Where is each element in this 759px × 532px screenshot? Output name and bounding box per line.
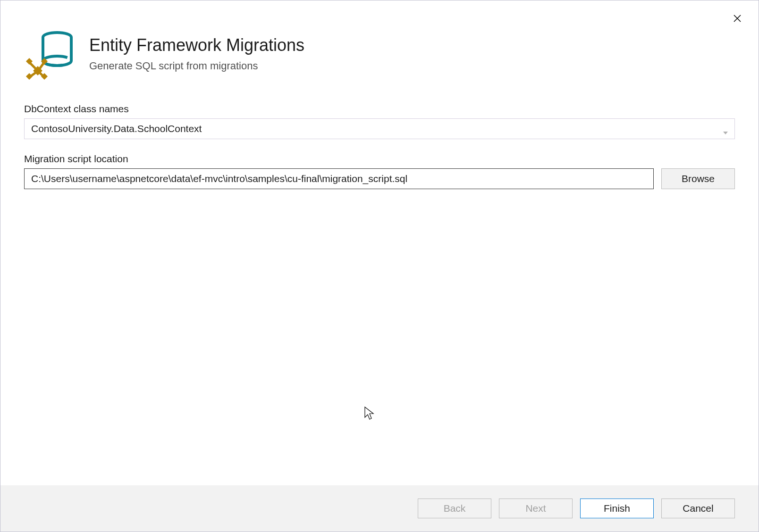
svg-line-10 bbox=[39, 63, 44, 69]
cancel-button[interactable]: Cancel bbox=[661, 499, 735, 518]
dbcontext-label: DbContext class names bbox=[24, 103, 735, 115]
chevron-down-icon bbox=[723, 126, 728, 131]
dialog-title: Entity Framework Migrations bbox=[89, 35, 304, 55]
svg-marker-13 bbox=[723, 132, 728, 134]
next-button[interactable]: Next bbox=[499, 499, 573, 518]
location-label: Migration script location bbox=[24, 153, 735, 165]
back-button[interactable]: Back bbox=[418, 499, 491, 518]
wizard-button-bar: Back Next Finish Cancel bbox=[0, 485, 759, 532]
dialog-window: Entity Framework Migrations Generate SQL… bbox=[0, 0, 759, 532]
finish-button[interactable]: Finish bbox=[580, 499, 654, 518]
dbcontext-value: ContosoUniversity.Data.SchoolContext bbox=[31, 123, 202, 134]
close-icon bbox=[734, 15, 741, 24]
svg-line-11 bbox=[30, 72, 36, 77]
close-button[interactable] bbox=[733, 15, 742, 24]
header-area: Entity Framework Migrations Generate SQL… bbox=[0, 0, 759, 94]
svg-line-12 bbox=[39, 72, 44, 77]
dbcontext-dropdown[interactable]: ContosoUniversity.Data.SchoolContext bbox=[24, 118, 735, 139]
dialog-subtitle: Generate SQL script from migrations bbox=[89, 60, 304, 72]
location-input[interactable] bbox=[24, 168, 654, 189]
form-body: DbContext class names ContosoUniversity.… bbox=[0, 94, 759, 485]
svg-line-9 bbox=[30, 63, 36, 69]
browse-button[interactable]: Browse bbox=[661, 168, 735, 189]
ef-migrations-icon bbox=[24, 28, 76, 80]
